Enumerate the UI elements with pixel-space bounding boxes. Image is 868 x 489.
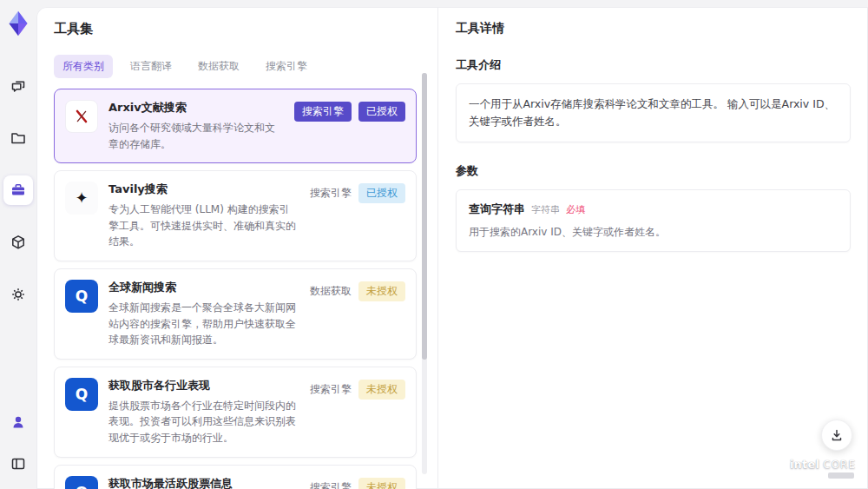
chat-icon bbox=[10, 77, 27, 95]
status-badge: 已授权 bbox=[358, 102, 405, 122]
param-type: 字符串 bbox=[531, 203, 560, 216]
tool-description: 专为人工智能代理 (LLM) 构建的搜索引擎工具。可快速提供实时、准确和真实的结… bbox=[108, 202, 299, 250]
tool-detail-pane: 工具详情 工具介绍 一个用于从Arxiv存储库搜索科学论文和文章的工具。 输入可… bbox=[438, 7, 868, 489]
category-tabs: 所有类别 语言翻译 数据获取 搜索引擎 bbox=[54, 55, 417, 78]
tool-title: Tavily搜索 bbox=[108, 182, 299, 197]
params-heading: 参数 bbox=[456, 163, 851, 179]
intro-text: 一个用于从Arxiv存储库搜索科学论文和文章的工具。 输入可以是Arxiv ID… bbox=[469, 96, 838, 130]
category-label: 搜索引擎 bbox=[310, 183, 352, 203]
sidebar-item-tools[interactable] bbox=[3, 175, 33, 205]
tab-language-translation[interactable]: 语言翻译 bbox=[122, 55, 181, 78]
finance-logo-icon: Q bbox=[65, 378, 98, 411]
intel-logo-sub-badge bbox=[828, 472, 854, 479]
tool-description: 提供股票市场各个行业在特定时间段内的表现。投资者可以利用这些信息来识别表现优于或… bbox=[108, 398, 299, 446]
person-icon bbox=[10, 413, 27, 431]
tool-description: 全球新闻搜索是一个聚合全球各大新闻网站内容的搜索引擎，帮助用户快速获取全球最新资… bbox=[108, 300, 299, 348]
folder-icon bbox=[10, 129, 27, 147]
category-label: 搜索引擎 bbox=[310, 478, 352, 489]
category-badge: 搜索引擎 bbox=[294, 102, 352, 122]
tool-title: 获取股市各行业表现 bbox=[108, 378, 299, 393]
main-content: 工具集 所有类别 语言翻译 数据获取 搜索引擎 Arxiv文献搜索 访问各个研究… bbox=[36, 7, 868, 489]
tool-card-global-news[interactable]: Q 全球新闻搜索 全球新闻搜索是一个聚合全球各大新闻网站内容的搜索引擎，帮助用户… bbox=[54, 268, 417, 360]
status-badge: 已授权 bbox=[358, 183, 405, 203]
list-scrollbar[interactable] bbox=[422, 73, 427, 474]
tool-title: 全球新闻搜索 bbox=[108, 280, 299, 295]
sparkle-icon: ✦ bbox=[75, 190, 88, 206]
sidebar-item-settings[interactable] bbox=[3, 280, 33, 309]
tool-card-tavily[interactable]: ✦ Tavily搜索 专为人工智能代理 (LLM) 构建的搜索引擎工具。可快速提… bbox=[54, 170, 417, 261]
category-label: 搜索引擎 bbox=[310, 380, 352, 400]
tool-list-pane: 工具集 所有类别 语言翻译 数据获取 搜索引擎 Arxiv文献搜索 访问各个研究… bbox=[36, 7, 438, 489]
finance-logo-icon: Q bbox=[65, 476, 98, 489]
tool-card-arxiv[interactable]: Arxiv文献搜索 访问各个研究领域大量科学论文和文章的存储库。 搜索引擎 已授… bbox=[54, 89, 417, 163]
sidebar-item-plugins[interactable] bbox=[3, 228, 33, 257]
tool-card-active-stocks[interactable]: Q 获取市场最活跃股票信息 提供当天交易量最高的股票列表。投资者可以利用这些信息… bbox=[54, 465, 417, 489]
param-card: 查询字符串 字符串 必填 用于搜索的Arxiv ID、关键字或作者姓名。 bbox=[456, 189, 851, 252]
cube-icon bbox=[10, 234, 27, 251]
sidebar-item-files[interactable] bbox=[3, 123, 33, 153]
briefcase-icon bbox=[10, 182, 27, 199]
download-button[interactable] bbox=[821, 420, 852, 451]
gear-icon bbox=[10, 286, 27, 303]
tool-title: Arxiv文献搜索 bbox=[108, 100, 284, 116]
intel-core-logo: intel CORE bbox=[790, 458, 856, 479]
tab-all-categories[interactable]: 所有类别 bbox=[54, 55, 113, 78]
param-required-flag: 必填 bbox=[566, 203, 585, 216]
user-avatar[interactable] bbox=[3, 407, 33, 437]
app-logo-icon bbox=[3, 9, 33, 38]
panel-toggle-icon bbox=[10, 455, 27, 472]
tab-data-fetch[interactable]: 数据获取 bbox=[189, 55, 248, 78]
status-badge: 未授权 bbox=[358, 478, 405, 489]
tavily-logo-icon: ✦ bbox=[65, 182, 98, 215]
collapse-sidebar-button[interactable] bbox=[3, 449, 33, 479]
tab-search-engine[interactable]: 搜索引擎 bbox=[257, 55, 316, 78]
page-title: 工具集 bbox=[54, 21, 417, 37]
download-icon bbox=[829, 427, 845, 443]
param-name: 查询字符串 bbox=[469, 202, 525, 217]
status-badge: 未授权 bbox=[358, 380, 405, 400]
tool-card-sector-performance[interactable]: Q 获取股市各行业表现 提供股票市场各个行业在特定时间段内的表现。投资者可以利用… bbox=[54, 367, 417, 458]
scrollbar-thumb[interactable] bbox=[422, 73, 427, 360]
sidebar-item-chat[interactable] bbox=[3, 71, 33, 101]
arxiv-logo-icon bbox=[65, 100, 98, 133]
tool-list: Arxiv文献搜索 访问各个研究领域大量科学论文和文章的存储库。 搜索引擎 已授… bbox=[54, 89, 417, 489]
category-label: 数据获取 bbox=[310, 281, 352, 301]
status-badge: 未授权 bbox=[358, 281, 405, 301]
app-sidebar bbox=[0, 0, 36, 489]
detail-title: 工具详情 bbox=[456, 21, 851, 36]
param-description: 用于搜索的Arxiv ID、关键字或作者姓名。 bbox=[469, 225, 838, 240]
intro-card: 一个用于从Arxiv存储库搜索科学论文和文章的工具。 输入可以是Arxiv ID… bbox=[456, 83, 851, 142]
tool-title: 获取市场最活跃股票信息 bbox=[108, 476, 299, 489]
news-logo-icon: Q bbox=[65, 280, 98, 313]
tool-description: 访问各个研究领域大量科学论文和文章的存储库。 bbox=[108, 120, 284, 152]
intro-heading: 工具介绍 bbox=[456, 57, 851, 73]
